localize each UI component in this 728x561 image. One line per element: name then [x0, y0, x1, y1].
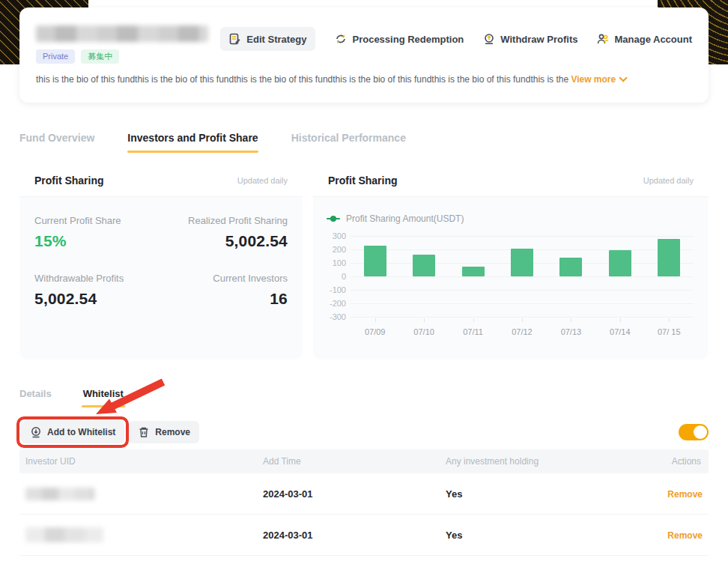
remove-button[interactable]: Remove [129, 421, 199, 443]
stat-value: 5,002.54 [34, 290, 161, 308]
add-to-whitelist-button[interactable]: Add to Whitelist [21, 421, 124, 443]
stats-card-title: Profit Sharing [34, 175, 104, 187]
legend-label: Profit Sharing Amount(USDT) [346, 213, 464, 224]
table-row: 2024-03-01 Yes Remove [19, 515, 709, 556]
red-highlight-box: Add to Whitelist [16, 416, 129, 448]
bar-column [645, 236, 694, 317]
bar-07/13 [559, 258, 582, 276]
tab-historical-performance[interactable]: Historical Performance [291, 132, 406, 153]
chart-y-axis: 3002001000-100-200-300 [324, 236, 351, 317]
fund-title-redacted [36, 25, 208, 42]
chart-x-axis: 07/0907/1007/1107/1207/1307/1407/ 15 [351, 327, 694, 336]
chart-card-header: Profit Sharing Updated daily [313, 163, 709, 197]
bar-07/14 [609, 250, 631, 276]
x-tick-label: 07/14 [595, 327, 644, 336]
bar-07/09 [364, 246, 386, 276]
view-more-label: View more [571, 74, 616, 85]
x-tick-label: 07/12 [497, 327, 546, 336]
col-actions: Actions [647, 456, 703, 467]
manage-account-button[interactable]: Manage Account [597, 33, 692, 45]
stat-label: Current Profit Share [34, 215, 161, 226]
bar-column [399, 236, 448, 317]
y-tick-label: 200 [333, 245, 346, 254]
investor-uid-redacted [25, 527, 103, 542]
bar-07/11 [462, 267, 485, 276]
fundraising-badge: 募集中 [81, 49, 119, 64]
withdraw-profits-icon [483, 33, 495, 45]
tab-whitelist[interactable]: Whitelist [83, 388, 124, 407]
whitelist-table: Investor UID Add Time Any investment hol… [19, 449, 709, 556]
add-time-value: 2024-03-01 [263, 488, 446, 500]
chart-card-title: Profit Sharing [328, 175, 398, 187]
withdraw-profits-label: Withdraw Profits [500, 34, 577, 45]
stat-current-investors: Current Investors 16 [161, 273, 288, 308]
stat-value: 5,002.54 [161, 232, 288, 250]
processing-redemption-label: Processing Redemption [352, 34, 464, 45]
y-tick-label: -300 [330, 312, 346, 321]
holding-value: Yes [446, 488, 647, 500]
stats-updated-label: Updated daily [237, 176, 288, 185]
chart-updated-label: Updated daily [643, 176, 694, 185]
stat-label: Withdrawable Profits [34, 273, 161, 284]
x-tick-label: 07/09 [351, 327, 399, 336]
legend-line-dot-icon [327, 218, 340, 219]
bar-07/ 15 [658, 239, 680, 276]
chart-legend: Profit Sharing Amount(USDT) [327, 213, 694, 224]
y-tick-label: -100 [330, 285, 346, 294]
chart-plot-area [351, 236, 694, 317]
trash-icon [138, 426, 150, 438]
page: Edit Strategy Processing Redemption With… [0, 0, 728, 561]
y-tick-label: 0 [342, 272, 346, 281]
col-add-time: Add Time [263, 456, 446, 467]
holding-value: Yes [446, 530, 647, 541]
add-to-whitelist-icon [30, 426, 42, 438]
stats-grid: Current Profit Share 15% Realized Profit… [19, 197, 303, 326]
remove-button-label: Remove [155, 427, 190, 437]
table-header: Investor UID Add Time Any investment hol… [19, 449, 709, 473]
edit-strategy-label: Edit Strategy [246, 34, 306, 45]
tab-fund-overview[interactable]: Fund Overview [19, 132, 94, 153]
stat-value: 16 [161, 290, 288, 308]
y-tick-label: 300 [333, 231, 346, 240]
chevron-down-icon [619, 73, 628, 82]
view-more-link[interactable]: View more [571, 74, 625, 85]
cards-row: Profit Sharing Updated daily Current Pro… [19, 163, 709, 360]
tab-details[interactable]: Details [19, 388, 52, 407]
stat-label: Current Investors [161, 273, 288, 284]
chart-body: Profit Sharing Amount(USDT) 3002001000-1… [313, 197, 709, 336]
bar-07/12 [511, 249, 533, 276]
table-row: 2024-03-01 Yes Remove [19, 473, 709, 515]
stat-withdrawable-profits: Withdrawable Profits 5,002.54 [34, 273, 161, 308]
toggle-knob [694, 425, 707, 439]
remove-row-link[interactable]: Remove [667, 489, 703, 500]
edit-strategy-icon [229, 33, 241, 45]
whitelist-toolbar: Add to Whitelist Remove [16, 416, 709, 448]
fund-bio: this is the bio of this fundthis is the … [36, 74, 692, 85]
x-tick-label: 07/ 15 [645, 327, 694, 336]
manage-account-icon [597, 33, 609, 45]
fund-header-card: Edit Strategy Processing Redemption With… [19, 7, 709, 103]
bar-07/10 [413, 255, 435, 276]
chart-bars [351, 236, 694, 317]
badge-row: Private 募集中 [36, 49, 692, 64]
remove-row-link[interactable]: Remove [667, 530, 703, 541]
bar-column [497, 236, 546, 317]
manage-account-label: Manage Account [614, 34, 692, 45]
stat-label: Realized Profit Sharing [161, 215, 288, 226]
investor-uid-redacted [25, 488, 94, 500]
stat-value: 15% [34, 232, 161, 250]
whitelist-toggle[interactable] [679, 424, 709, 440]
bar-column [449, 236, 497, 317]
col-investment-holding: Any investment holding [446, 456, 647, 467]
profit-sharing-stats-card: Profit Sharing Updated daily Current Pro… [19, 163, 303, 360]
tab-investors-profit-share[interactable]: Investors and Profit Share [127, 132, 258, 153]
bar-column [547, 236, 595, 317]
col-investor-uid: Investor UID [25, 456, 263, 467]
withdraw-profits-button[interactable]: Withdraw Profits [483, 33, 577, 45]
x-tick-label: 07/10 [399, 327, 448, 336]
edit-strategy-button[interactable]: Edit Strategy [220, 27, 315, 51]
add-to-whitelist-label: Add to Whitelist [47, 427, 115, 437]
header-actions: Edit Strategy Processing Redemption With… [220, 27, 692, 51]
gridline [351, 317, 694, 318]
processing-redemption-button[interactable]: Processing Redemption [335, 33, 464, 45]
